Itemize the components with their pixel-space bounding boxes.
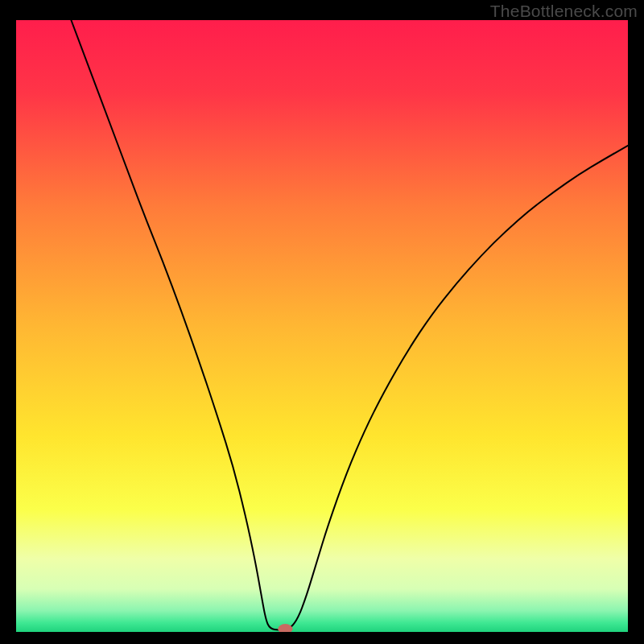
chart-frame: TheBottleneck.com [0,0,644,644]
watermark-text: TheBottleneck.com [490,2,638,21]
bottleneck-chart [16,20,628,632]
gradient-background [16,20,628,632]
